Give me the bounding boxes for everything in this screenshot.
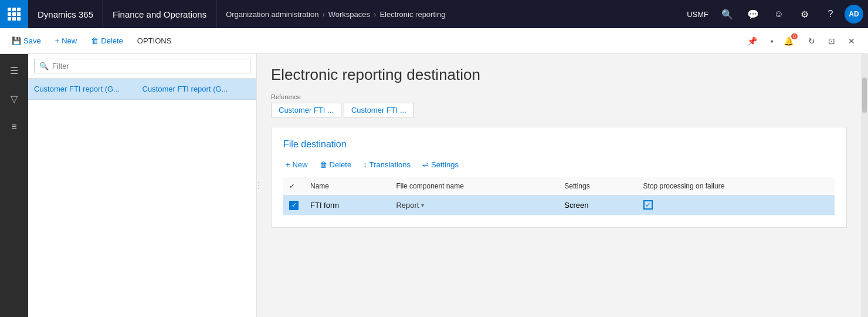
row-checkbox[interactable]: ✓ (289, 201, 299, 210)
card-delete-button[interactable]: 🗑 Delete (317, 159, 354, 170)
list-item-col1: Customer FTI report (G... (34, 85, 143, 93)
row-file-component[interactable]: Report ▾ (390, 195, 558, 215)
notification-badge: 0 (791, 33, 798, 39)
file-destination-title: File destination (283, 139, 835, 150)
main-toolbar: 💾 Save + New 🗑 Delete OPTIONS 📌 ▪ 🔔 0 ↻ … (0, 28, 868, 54)
col-settings: Settings (558, 177, 637, 195)
brand-area: Dynamics 365 Finance and Operations (28, 0, 216, 28)
file-destination-card: File destination + New 🗑 Delete ↕ Transl… (271, 127, 847, 228)
close-icon[interactable]: ✕ (842, 32, 861, 50)
records-list: Customer FTI report (G... Customer FTI r… (28, 79, 256, 317)
reference-values: Customer FTI ... Customer FTI ... (271, 103, 847, 117)
options-button[interactable]: OPTIONS (133, 34, 177, 48)
list-item[interactable]: Customer FTI report (G... Customer FTI r… (28, 79, 256, 100)
col-check: ✓ (283, 177, 304, 195)
app-launcher-button[interactable] (0, 0, 28, 28)
scrollbar-thumb[interactable] (862, 77, 867, 113)
plus-icon: + (55, 36, 60, 45)
new-button[interactable]: + New (50, 34, 82, 48)
card-plus-icon: + (286, 160, 290, 169)
save-icon: 💾 (12, 36, 21, 45)
table-row[interactable]: ✓ FTI form Report ▾ Screen (283, 195, 835, 215)
hamburger-icon[interactable]: ☰ (2, 59, 26, 82)
save-label: Save (23, 36, 41, 45)
translations-icon: ↕ (363, 160, 367, 169)
nav-right-area: USMF 🔍 💬 ☺ ⚙ ? AD (682, 2, 868, 26)
open-new-icon[interactable]: ⊡ (822, 32, 841, 50)
breadcrumb-sep-2: › (374, 10, 376, 19)
smiley-icon[interactable]: ☺ (767, 2, 791, 26)
card-translations-button[interactable]: ↕ Translations (361, 159, 413, 170)
settings-card-icon: ⇌ (422, 160, 429, 169)
narrow-sidebar: ☰ ▽ ≡ (0, 54, 28, 317)
card-toolbar: + New 🗑 Delete ↕ Translations ⇌ Settings (283, 159, 835, 170)
right-scrollbar[interactable] (861, 54, 868, 317)
row-stop: ✓ (638, 195, 835, 215)
company-selector[interactable]: USMF (682, 10, 713, 19)
filter-searchbox[interactable]: 🔍 (34, 59, 250, 73)
card-new-label: New (293, 160, 308, 169)
breadcrumb-org-admin[interactable]: Organization administration (226, 10, 318, 19)
finance-operations-label: Finance and Operations (103, 0, 216, 28)
new-label: New (62, 36, 77, 45)
waffle-icon (8, 8, 21, 21)
resize-handle[interactable] (257, 54, 260, 317)
row-settings: Screen (558, 195, 637, 215)
filter-sidebar-icon[interactable]: ▽ (2, 87, 26, 110)
reference-section: Reference Customer FTI ... Customer FTI … (271, 93, 847, 117)
avatar[interactable]: AD (845, 5, 863, 23)
refresh-icon[interactable]: ↻ (802, 32, 821, 50)
card-delete-icon: 🗑 (320, 160, 327, 169)
dropdown-arrow-icon: ▾ (421, 202, 424, 208)
col-stop: Stop processing on failure (638, 177, 835, 195)
search-nav-icon[interactable]: 🔍 (716, 2, 739, 26)
col-name: Name (304, 177, 390, 195)
card-translations-label: Translations (369, 160, 411, 169)
reference-label: Reference (271, 93, 847, 100)
table-header-row: ✓ Name File component name Settings Stop… (283, 177, 835, 195)
left-panel: 🔍 Customer FTI report (G... Customer FTI… (28, 54, 257, 317)
delete-button[interactable]: 🗑 Delete (86, 34, 128, 48)
panels-icon[interactable]: ▪ (762, 32, 781, 50)
card-settings-label: Settings (431, 160, 459, 169)
card-new-button[interactable]: + New (283, 159, 310, 170)
notification-icon[interactable]: 🔔 0 (782, 32, 801, 50)
top-navigation: Dynamics 365 Finance and Operations Orga… (0, 0, 868, 28)
list-sidebar-icon[interactable]: ≡ (2, 115, 26, 139)
breadcrumb-electronic-reporting[interactable]: Electronic reporting (379, 10, 445, 19)
card-delete-label: Delete (330, 160, 352, 169)
settings-nav-icon[interactable]: ⚙ (793, 2, 816, 26)
message-icon[interactable]: 💬 (741, 2, 765, 26)
delete-icon: 🗑 (91, 36, 99, 45)
delete-label: Delete (101, 36, 123, 45)
reference-tag-1[interactable]: Customer FTI ... (271, 103, 341, 117)
destinations-table: ✓ Name File component name Settings Stop… (283, 177, 835, 215)
card-settings-button[interactable]: ⇌ Settings (420, 159, 461, 170)
toolbar-right: 📌 ▪ 🔔 0 ↻ ⊡ ✕ (742, 32, 861, 50)
list-item-col2: Customer FTI report (G... (143, 85, 251, 93)
filter-input[interactable] (52, 62, 245, 70)
row-name: FTI form (304, 195, 390, 215)
search-icon: 🔍 (39, 62, 49, 70)
pin-icon[interactable]: 📌 (742, 32, 761, 50)
reference-tag-2[interactable]: Customer FTI ... (344, 103, 414, 117)
breadcrumb-workspaces[interactable]: Workspaces (328, 10, 370, 19)
main-content: Electronic reporting destination Referen… (257, 54, 861, 317)
breadcrumb-sep-1: › (322, 10, 324, 19)
file-component-dropdown[interactable]: Report ▾ (396, 201, 552, 210)
file-component-value: Report (396, 201, 419, 210)
dynamics365-label: Dynamics 365 (28, 0, 103, 28)
help-icon[interactable]: ? (819, 2, 842, 26)
save-button[interactable]: 💾 Save (7, 34, 46, 48)
row-check-cell: ✓ (283, 195, 304, 215)
search-area: 🔍 (28, 54, 256, 79)
stop-processing-checkbox[interactable]: ✓ (643, 200, 653, 210)
breadcrumb: Organization administration › Workspaces… (216, 10, 682, 19)
page-title: Electronic reporting destination (271, 66, 847, 84)
col-file-component: File component name (390, 177, 558, 195)
